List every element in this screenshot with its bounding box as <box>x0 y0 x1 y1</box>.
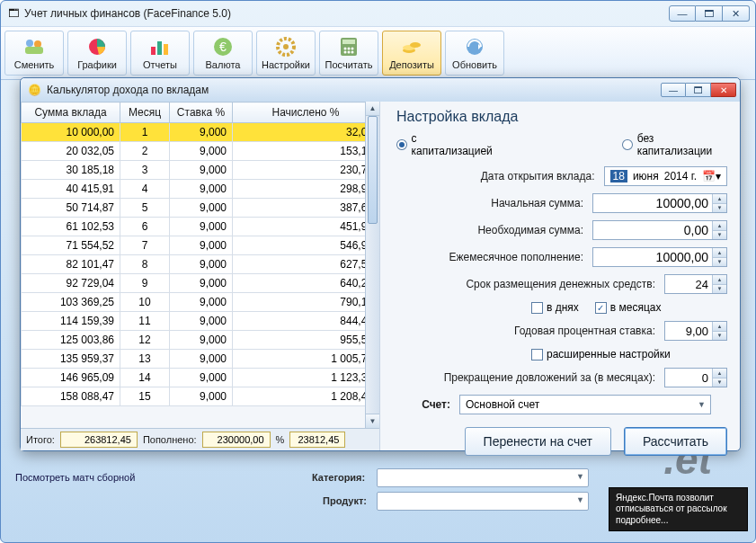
pie-chart-icon <box>84 36 110 58</box>
dialog-title: Калькулятор дохода по вкладам <box>47 84 209 96</box>
spin-up[interactable]: ▲ <box>712 194 726 204</box>
dialog-maximize-button[interactable]: 🗖 <box>686 83 711 97</box>
dialog-icon: 🪙 <box>28 84 41 96</box>
maximize-button[interactable]: 🗖 <box>696 5 723 22</box>
table-row[interactable]: 61 102,5369,000451,99 <box>22 218 379 236</box>
calendar-icon: 📅▾ <box>702 170 721 182</box>
table-row[interactable]: 50 714,8759,000387,66 <box>22 199 379 218</box>
table-row[interactable]: 114 159,39119,000844,47 <box>22 312 379 331</box>
svg-point-21 <box>410 42 421 48</box>
deposit-table[interactable]: Сумма вклада Месяц Ставка % Начислено % … <box>21 102 379 406</box>
checkbox-months[interactable]: ✓в месяцах <box>595 301 662 314</box>
settings-pane: Настройка вклада с капитализацией без ка… <box>380 102 740 450</box>
close-button[interactable]: ✕ <box>723 5 750 22</box>
col-accrued[interactable]: Начислено % <box>233 102 379 123</box>
dialog-minimize-button[interactable]: — <box>661 83 686 97</box>
toolbar-settings[interactable]: Настройки <box>256 31 316 76</box>
table-scrollbar[interactable]: ▲ ▼ <box>365 102 379 428</box>
globe-refresh-icon <box>462 36 487 58</box>
dialog-titlebar[interactable]: 🪙 Калькулятор дохода по вкладам — 🗖 ✕ <box>21 78 740 102</box>
monthly-topup-label: Ежемесячное пополнение: <box>396 251 592 263</box>
table-row[interactable]: 10 000,0019,00032,05 <box>22 123 379 142</box>
radio-capitalization[interactable]: с капитализацией <box>396 132 496 157</box>
account-label: Счет: <box>396 398 459 411</box>
svg-point-14 <box>348 48 351 50</box>
col-sum[interactable]: Сумма вклада <box>22 102 120 123</box>
scroll-up-icon[interactable]: ▲ <box>366 102 379 116</box>
table-row[interactable]: 135 959,37139,0001 005,73 <box>22 350 379 369</box>
transfer-button[interactable]: Перенести на счет <box>465 427 611 456</box>
required-sum-input[interactable] <box>592 220 727 240</box>
svg-rect-12 <box>342 40 355 44</box>
background-link[interactable]: Посмотреть матч сборной <box>15 472 135 483</box>
gear-icon <box>273 36 298 58</box>
calculate-button[interactable]: Рассчитать <box>624 427 727 456</box>
main-title: Учет личных финансов (FaceFinance 5.0) <box>24 7 231 20</box>
col-rate[interactable]: Ставка % <box>170 102 233 123</box>
minimize-button[interactable]: — <box>669 5 696 22</box>
deposit-calculator-dialog: 🪙 Калькулятор дохода по вкладам — 🗖 ✕ Су… <box>20 77 741 451</box>
toolbar-currency[interactable]: € Валюта <box>193 31 253 76</box>
svg-point-16 <box>344 51 347 54</box>
checkbox-days[interactable]: в днях <box>531 301 579 314</box>
term-label: Срок размещения денежных средств: <box>396 278 664 290</box>
table-row[interactable]: 103 369,25109,000790,14 <box>22 293 379 312</box>
date-picker[interactable]: 18 июня 2014 г. 📅▾ <box>604 166 727 186</box>
topup-label: Пополнено: <box>141 434 199 445</box>
table-row[interactable]: 30 185,1839,000230,73 <box>22 161 379 180</box>
toolbar-calc[interactable]: Посчитать <box>319 31 378 76</box>
category-label: Категория: <box>312 472 365 483</box>
col-month[interactable]: Месяц <box>120 102 170 123</box>
svg-rect-2 <box>25 47 43 54</box>
product-combo[interactable] <box>377 492 589 511</box>
coins-icon <box>399 36 424 58</box>
account-combo[interactable]: Основной счет <box>459 395 711 414</box>
toolbar-deposits[interactable]: Депозиты <box>382 31 441 76</box>
monthly-topup-input[interactable] <box>592 247 727 267</box>
totals-row: Итого: 263812,45 Пополнено: 230000,00 % … <box>21 428 379 450</box>
scroll-thumb[interactable] <box>368 116 378 224</box>
users-icon <box>22 36 47 58</box>
stop-topup-label: Прекращение довложений за (в месяцах): <box>396 371 664 384</box>
table-row[interactable]: 71 554,5279,000546,95 <box>22 236 379 255</box>
table-row[interactable]: 158 088,47159,0001 208,40 <box>22 387 379 406</box>
date-label: Дата открытия вклада: <box>396 170 604 182</box>
calculator-icon <box>336 36 361 58</box>
scroll-down-icon[interactable]: ▼ <box>366 414 379 428</box>
total-label: Итого: <box>24 434 57 445</box>
toolbar-charts[interactable]: Графики <box>67 31 127 76</box>
svg-rect-5 <box>157 41 162 55</box>
euro-icon: € <box>210 36 236 58</box>
product-label: Продукт: <box>323 495 367 506</box>
initial-sum-input[interactable] <box>592 193 727 213</box>
svg-point-15 <box>351 48 354 50</box>
initial-sum-label: Начальная сумма: <box>396 197 592 209</box>
table-row[interactable]: 92 729,0499,000640,21 <box>22 274 379 293</box>
svg-text:€: € <box>219 40 227 54</box>
svg-rect-6 <box>164 44 168 55</box>
table-row[interactable]: 125 003,86129,000955,51 <box>22 331 379 350</box>
table-row[interactable]: 40 415,9149,000298,97 <box>22 180 379 199</box>
dialog-close-button[interactable]: ✕ <box>711 83 736 97</box>
toolbar: Сменить Графики Отчеты € Валюта Настройк… <box>1 26 755 80</box>
svg-rect-4 <box>151 47 156 55</box>
svg-point-1 <box>34 40 41 48</box>
app-icon: 🗔 <box>8 7 19 20</box>
main-titlebar[interactable]: 🗔 Учет личных финансов (FaceFinance 5.0)… <box>1 1 755 26</box>
table-pane: Сумма вклада Месяц Ставка % Начислено % … <box>21 102 380 450</box>
radio-no-capitalization[interactable]: без капитализации <box>622 132 727 157</box>
table-row[interactable]: 82 101,4789,000627,57 <box>22 255 379 274</box>
table-row[interactable]: 146 965,09149,0001 123,38 <box>22 369 379 387</box>
svg-point-17 <box>348 51 351 54</box>
settings-title: Настройка вклада <box>396 109 727 125</box>
notification-tooltip[interactable]: Яндекс.Почта позволит отписываться от ра… <box>609 487 748 532</box>
toolbar-switch[interactable]: Сменить <box>4 31 64 76</box>
spin-down[interactable]: ▼ <box>712 204 726 213</box>
svg-point-13 <box>344 48 347 50</box>
toolbar-refresh[interactable]: Обновить <box>445 31 504 76</box>
checkbox-advanced[interactable]: расширенные настройки <box>531 348 671 361</box>
table-row[interactable]: 20 032,0529,000153,12 <box>22 142 379 161</box>
topup-value: 230000,00 <box>202 432 271 448</box>
category-combo[interactable] <box>377 468 589 487</box>
toolbar-reports[interactable]: Отчеты <box>130 31 190 76</box>
